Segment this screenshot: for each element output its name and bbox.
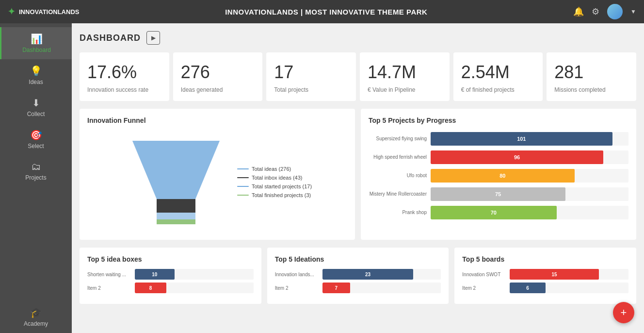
bar-label: Ufo robot	[369, 173, 427, 179]
mini-bar-value: 10	[152, 272, 157, 277]
funnel-title: Innovation Funnel	[87, 117, 347, 124]
mini-bar-fill: 10	[135, 269, 175, 280]
mini-bar-label: Item 2	[87, 285, 131, 291]
gear-icon[interactable]: ⚙	[592, 6, 599, 17]
bar-fill: 96	[431, 150, 603, 164]
bar-label: High speed ferrish wheel	[369, 154, 427, 160]
idea-boxes-bars: Shorten waiting ... 10 Item 2 8	[87, 269, 254, 293]
bar-value: 101	[517, 136, 526, 142]
stat-card-0: 17.6% Innovation success rate	[80, 52, 169, 101]
sidebar-label-projects: Projects	[25, 174, 46, 181]
mini-bar-value: 7	[335, 285, 338, 291]
stat-card-5: 281 Missions completed	[547, 52, 636, 101]
mini-bar-value: 6	[526, 285, 529, 291]
legend-label-1: Total inbox ideas (43)	[252, 175, 303, 181]
sidebar-item-collect[interactable]: ⬇ Collect	[0, 91, 72, 123]
mini-bar-track: 15	[510, 269, 628, 280]
stat-label-0: Innovation success rate	[87, 86, 161, 93]
bar-track: 70	[431, 206, 628, 219]
bar-fill: 101	[431, 132, 612, 146]
legend-item-0: Total ideas (276)	[237, 166, 312, 172]
stat-value-0: 17.6%	[87, 62, 161, 83]
bar-row: Mistery Mine Rollercoaster 75	[369, 187, 628, 201]
mini-bar-value: 23	[365, 272, 370, 277]
funnel-container: Total ideas (276) Total inbox ideas (43)…	[87, 132, 347, 232]
stat-label-4: € of finished projects	[461, 86, 535, 93]
app-logo: ✦ INNOVATIONLANDS	[8, 6, 79, 17]
play-button[interactable]: ▶	[146, 31, 160, 45]
boards-bars: Innovation SWOT 15 Item 2 6	[462, 269, 628, 293]
nav-actions: 🔔 ⚙ ▼	[573, 4, 636, 19]
main-content: DASHBOARD ▶ 17.6% Innovation success rat…	[72, 23, 644, 333]
mini-bar-fill: 7	[322, 283, 350, 293]
top-nav: ✦ INNOVATIONLANDS INNOVATIONLANDS | MOST…	[0, 0, 644, 23]
mini-bar-label: Innovation lands...	[275, 272, 319, 277]
svg-rect-2	[157, 213, 195, 219]
collect-icon: ⬇	[32, 97, 40, 109]
mini-bar-track: 6	[510, 283, 628, 293]
progress-card: Top 5 Projects by Progress Supersized fl…	[361, 109, 636, 240]
stat-label-1: Ideas generated	[181, 86, 255, 93]
sidebar-label-ideas: Ideas	[29, 79, 43, 85]
ideas-icon: 💡	[30, 65, 42, 77]
stat-label-2: Total projects	[274, 86, 348, 93]
stat-value-3: 14.7M	[368, 62, 442, 83]
mini-bar-fill: 6	[510, 283, 545, 293]
sidebar-item-academy[interactable]: 🎓 Academy	[0, 301, 72, 333]
mini-bar-label: Shorten waiting ...	[87, 272, 131, 277]
fab-button[interactable]: +	[613, 302, 634, 323]
bar-row: Supersized flying swing 101	[369, 132, 628, 146]
academy-icon: 🎓	[30, 307, 42, 318]
mini-bar-fill: 23	[322, 269, 414, 280]
bar-label: Prank shop	[369, 210, 427, 216]
bar-value: 70	[491, 210, 497, 216]
page-title: DASHBOARD	[80, 33, 141, 43]
projects-icon: 🗂	[31, 161, 41, 172]
stat-value-1: 276	[181, 62, 255, 83]
legend-dot-0	[237, 168, 249, 169]
bar-value: 75	[495, 191, 501, 197]
stat-value-5: 281	[554, 62, 628, 83]
mini-bar-track: 7	[322, 283, 441, 293]
avatar[interactable]	[607, 4, 623, 19]
progress-bar-chart: Supersized flying swing 101 High speed f…	[369, 132, 628, 219]
bar-track: 80	[431, 169, 628, 183]
sidebar-label-dashboard: Dashboard	[22, 47, 51, 53]
legend-item-2: Total started projects (17)	[237, 183, 312, 189]
legend-label-0: Total ideas (276)	[252, 166, 291, 172]
bar-fill: 80	[431, 169, 575, 183]
sidebar-label-academy: Academy	[24, 320, 48, 327]
mini-bar-fill: 8	[135, 283, 166, 293]
chevron-down-icon[interactable]: ▼	[630, 8, 636, 15]
bar-row: Ufo robot 80	[369, 169, 628, 183]
main-layout: 📊 Dashboard 💡 Ideas ⬇ Collect 🎯 Select 🗂…	[0, 23, 644, 333]
ideations-card: Top 5 Ideations Innovation lands... 23 I…	[267, 248, 449, 304]
mini-bar-row: Item 2 8	[87, 283, 254, 293]
mini-bar-value: 15	[552, 272, 557, 277]
mini-bar-row: Item 2 6	[462, 283, 628, 293]
idea-boxes-card: Top 5 idea boxes Shorten waiting ... 10 …	[80, 248, 261, 304]
bell-icon[interactable]: 🔔	[573, 6, 584, 17]
bar-row: High speed ferrish wheel 96	[369, 150, 628, 164]
select-icon: 🎯	[30, 129, 42, 141]
svg-rect-3	[157, 219, 195, 224]
mini-bar-track: 23	[322, 269, 441, 280]
stat-value-4: 2.54M	[461, 62, 535, 83]
sidebar-item-select[interactable]: 🎯 Select	[0, 123, 72, 155]
funnel-legend: Total ideas (276) Total inbox ideas (43)…	[237, 166, 312, 198]
sidebar-item-dashboard[interactable]: 📊 Dashboard	[0, 27, 72, 59]
legend-dot-2	[237, 186, 249, 187]
mini-bar-track: 10	[135, 269, 254, 280]
legend-dot-3	[237, 195, 249, 196]
bar-track: 75	[431, 187, 628, 201]
sidebar-item-projects[interactable]: 🗂 Projects	[0, 155, 72, 187]
sidebar-item-ideas[interactable]: 💡 Ideas	[0, 59, 72, 91]
legend-label-3: Total finished projects (3)	[252, 192, 311, 198]
bar-row: Prank shop 70	[369, 206, 628, 219]
mini-bar-fill: 15	[510, 269, 598, 280]
sidebar-label-select: Select	[28, 143, 44, 150]
dashboard-icon: 📊	[31, 33, 43, 45]
header-title: INNOVATIONLANDS | MOST INNOVATIVE THEME …	[79, 8, 573, 16]
mini-bar-row: Shorten waiting ... 10	[87, 269, 254, 280]
stat-cards: 17.6% Innovation success rate 276 Ideas …	[80, 52, 636, 101]
